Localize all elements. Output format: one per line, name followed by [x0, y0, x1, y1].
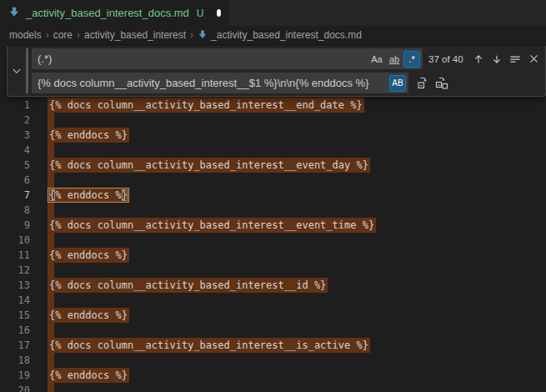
code-text[interactable] — [49, 353, 54, 368]
breadcrumb-separator: › — [77, 29, 80, 41]
replace-input[interactable] — [32, 73, 388, 93]
replace-all-icon — [435, 77, 448, 90]
line-number[interactable]: 16 — [0, 323, 30, 338]
code-text[interactable] — [49, 143, 54, 158]
breadcrumb-separator: › — [190, 29, 193, 41]
code-line: 17{% docs column__activity_based_interes… — [0, 338, 546, 353]
find-input[interactable] — [32, 48, 368, 69]
code-text[interactable]: {% enddocs %} — [49, 188, 129, 203]
code-line: 5{% docs column__activity_based_interest… — [0, 158, 546, 173]
replace-icon — [417, 77, 430, 90]
selection-lines-icon — [509, 53, 521, 65]
tab-activity-based-interest-docs[interactable]: _activity_based_interest_docs.md U — [0, 0, 229, 26]
line-number[interactable]: 1 — [0, 98, 30, 113]
editor: Aa ab .* 37 of 40 — [0, 44, 546, 392]
git-status-badge: U — [197, 8, 204, 19]
line-number[interactable]: 12 — [0, 263, 30, 278]
find-previous-button[interactable] — [470, 51, 487, 68]
line-number[interactable]: 10 — [0, 233, 30, 248]
bracket-match: { — [49, 189, 55, 201]
code-line: 20 — [0, 383, 546, 392]
match-case-toggle[interactable]: Aa — [368, 51, 385, 68]
breadcrumb-separator: › — [46, 29, 49, 41]
line-number[interactable]: 4 — [0, 143, 30, 158]
code-line: 8 — [0, 203, 546, 218]
code-text[interactable]: {% enddocs %} — [49, 368, 129, 383]
breadcrumb-filename: _activity_based_interest_docs.md — [211, 29, 362, 41]
code-text[interactable]: {% docs column__activity_based_interest_… — [49, 98, 364, 113]
line-number[interactable]: 5 — [0, 158, 30, 173]
line-number[interactable]: 8 — [0, 203, 30, 218]
code-text[interactable] — [49, 293, 54, 308]
line-number[interactable]: 7 — [0, 188, 30, 203]
find-widget-sash[interactable] — [26, 48, 28, 93]
code-line: 1{% docs column__activity_based_interest… — [0, 98, 546, 113]
markdown-file-icon — [198, 29, 208, 42]
find-replace-widget: Aa ab .* 37 of 40 — [7, 46, 546, 97]
regex-toggle[interactable]: .* — [403, 51, 420, 68]
code-text[interactable]: {% docs column__activity_based_interest_… — [49, 158, 370, 173]
close-find-button[interactable] — [525, 51, 542, 68]
code-line: 14 — [0, 293, 546, 308]
breadcrumb-file[interactable]: _activity_based_interest_docs.md — [198, 29, 362, 42]
line-number[interactable]: 6 — [0, 173, 30, 188]
match-count: 37 of 40 — [428, 54, 465, 64]
line-number[interactable]: 9 — [0, 218, 30, 233]
tab-bar: _activity_based_interest_docs.md U — [0, 0, 546, 26]
code-text[interactable]: {% docs column__activity_based_interest_… — [49, 218, 376, 233]
arrow-up-icon — [473, 53, 484, 65]
line-number[interactable]: 19 — [0, 368, 30, 383]
code-text[interactable]: {% docs column__activity_based_interest_… — [49, 278, 328, 293]
code-line: 19{% enddocs %} — [0, 368, 546, 383]
code-line: 15{% enddocs %} — [0, 308, 546, 323]
line-number[interactable]: 17 — [0, 338, 30, 353]
preserve-case-toggle[interactable]: AB — [389, 75, 406, 92]
close-icon — [528, 53, 539, 64]
code-line: 3{% enddocs %} — [0, 128, 546, 143]
code-line: 7{% enddocs %} — [0, 188, 546, 203]
markdown-file-icon — [8, 6, 20, 21]
code-line: 4 — [0, 143, 546, 158]
code-text[interactable]: {% enddocs %} — [49, 128, 129, 143]
line-number[interactable]: 2 — [0, 113, 30, 128]
whole-word-toggle[interactable]: ab — [386, 51, 403, 68]
replace-button[interactable] — [415, 75, 432, 92]
line-number[interactable]: 14 — [0, 293, 30, 308]
code-line: 10 — [0, 233, 546, 248]
code-text[interactable] — [49, 383, 54, 392]
breadcrumb-item-models[interactable]: models — [9, 29, 42, 41]
line-number[interactable]: 3 — [0, 128, 30, 143]
bracket-match: } — [122, 189, 128, 201]
replace-all-button[interactable] — [433, 75, 450, 92]
code-line: 2 — [0, 113, 546, 128]
line-number[interactable]: 13 — [0, 278, 30, 293]
code-line: 6 — [0, 173, 546, 188]
code-text[interactable] — [49, 263, 54, 278]
code-text[interactable]: {% enddocs %} — [49, 248, 129, 263]
breadcrumb-item-activity_based_interest[interactable]: activity_based_interest — [84, 29, 186, 41]
code-line: 13{% docs column__activity_based_interes… — [0, 278, 546, 293]
code-text[interactable]: {% docs column__activity_based_interest_… — [49, 338, 370, 353]
modified-indicator[interactable] — [217, 9, 221, 17]
code-text[interactable]: {% enddocs %} — [49, 308, 129, 323]
code-line: 12 — [0, 263, 546, 278]
code-text[interactable] — [49, 113, 54, 128]
code-text[interactable] — [49, 233, 54, 248]
replace-row: AB — [32, 73, 542, 93]
code-text[interactable] — [49, 173, 54, 188]
breadcrumb: models›core›activity_based_interest › _a… — [0, 26, 546, 44]
line-number[interactable]: 15 — [0, 308, 30, 323]
code-text[interactable] — [49, 323, 54, 338]
breadcrumb-item-core[interactable]: core — [53, 29, 73, 41]
vscode-window: _activity_based_interest_docs.md U model… — [0, 0, 546, 392]
find-in-selection-button[interactable] — [507, 51, 523, 68]
code-text[interactable] — [49, 203, 54, 218]
code-line: 11{% enddocs %} — [0, 248, 546, 263]
find-next-button[interactable] — [488, 51, 505, 68]
line-number[interactable]: 11 — [0, 248, 30, 263]
tab-filename: _activity_based_interest_docs.md — [26, 7, 189, 19]
line-number[interactable]: 18 — [0, 353, 30, 368]
code-line: 9{% docs column__activity_based_interest… — [0, 218, 546, 233]
toggle-replace-button[interactable] — [8, 48, 26, 93]
line-number[interactable]: 20 — [0, 383, 30, 392]
